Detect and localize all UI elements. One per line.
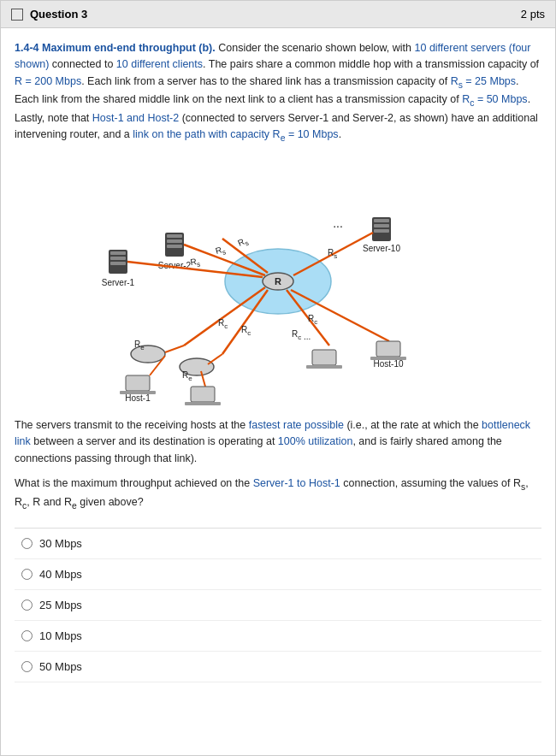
option-item[interactable]: 50 Mbps (15, 652, 541, 682)
paragraph-text: Consider the scenario shown below, with … (15, 42, 539, 140)
svg-line-27 (184, 287, 265, 346)
svg-rect-4 (110, 251, 126, 255)
header-left: Question 3 (11, 8, 87, 21)
option-item[interactable]: 10 Mbps (15, 621, 541, 652)
svg-rect-46 (191, 387, 215, 402)
question-title: Question 3 (30, 8, 87, 21)
svg-line-41 (208, 354, 222, 364)
svg-rect-5 (110, 257, 126, 260)
svg-rect-49 (376, 341, 400, 357)
svg-rect-6 (110, 262, 126, 265)
option-item[interactable]: 25 Mbps (15, 590, 541, 621)
option-item[interactable]: 30 Mbps (15, 529, 541, 559)
svg-rect-16 (374, 229, 389, 233)
svg-text:Rs: Rs (328, 248, 337, 260)
radio-opt4[interactable] (21, 630, 33, 641)
question-header: Question 3 2 pts (1, 1, 555, 28)
section-label: 1.4-4 Maximum end-end throughput (b). (15, 42, 216, 54)
description-text: The servers transmit to the receiving ho… (15, 417, 541, 467)
option-label-4[interactable]: 10 Mbps (39, 629, 82, 642)
option-label-1[interactable]: 30 Mbps (39, 537, 82, 550)
svg-rect-52 (312, 350, 336, 365)
svg-rect-10 (167, 239, 182, 243)
checkbox-icon (11, 9, 23, 21)
option-label-3[interactable]: 25 Mbps (39, 599, 82, 611)
svg-rect-15 (374, 224, 389, 227)
svg-text:Rc: Rc (218, 318, 228, 330)
diagram-svg: R Server-1 Server-2 Server-10 (73, 157, 483, 405)
options-list: 30 Mbps 40 Mbps 25 Mbps 10 Mbps 50 Mbps (15, 528, 541, 682)
question-points: 2 pts (521, 8, 545, 21)
svg-rect-14 (374, 219, 389, 222)
radio-opt5[interactable] (21, 661, 33, 672)
svg-text:Rs: Rs (190, 257, 201, 269)
svg-line-39 (165, 346, 184, 352)
option-label-5[interactable]: 50 Mbps (39, 660, 82, 673)
option-item[interactable]: 40 Mbps (15, 559, 541, 590)
option-label-2[interactable]: 40 Mbps (39, 568, 82, 581)
question-card: Question 3 2 pts 1.4-4 Maximum end-end t… (0, 0, 556, 756)
svg-text:Rs: Rs (236, 235, 250, 250)
svg-rect-11 (167, 245, 182, 248)
svg-text:R: R (275, 276, 281, 286)
svg-text:Host-1: Host-1 (125, 393, 151, 403)
svg-text:...: ... (333, 216, 343, 230)
question-paragraph: 1.4-4 Maximum end-end throughput (b). Co… (15, 40, 541, 145)
svg-rect-53 (306, 365, 342, 369)
svg-text:Server-10: Server-10 (363, 244, 400, 253)
svg-text:Rc: Rc (241, 325, 251, 337)
question-body: 1.4-4 Maximum end-end throughput (b). Co… (1, 28, 555, 694)
svg-text:Rc ...: Rc ... (292, 329, 311, 341)
svg-rect-43 (126, 375, 150, 391)
svg-text:Server-1: Server-1 (102, 278, 135, 287)
svg-text:Host-10: Host-10 (373, 359, 403, 369)
radio-opt3[interactable] (21, 599, 33, 611)
svg-text:Host-2: Host-2 (190, 405, 216, 405)
radio-opt1[interactable] (21, 538, 33, 549)
radio-opt2[interactable] (21, 569, 33, 580)
question-prompt: What is the maximum throughput achieved … (15, 475, 541, 512)
svg-rect-9 (167, 234, 182, 238)
network-diagram: R Server-1 Server-2 Server-10 (15, 157, 541, 405)
